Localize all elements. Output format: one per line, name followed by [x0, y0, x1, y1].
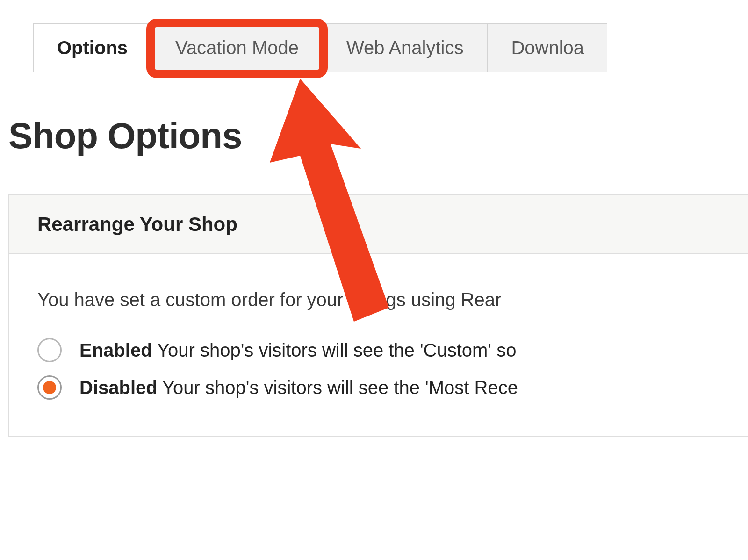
tab-web-analytics[interactable]: Web Analytics [322, 23, 488, 72]
radio-row-enabled: Enabled Your shop's visitors will see th… [37, 338, 720, 362]
page-title: Shop Options [8, 115, 748, 157]
radio-label-disabled: Disabled Your shop's visitors will see t… [79, 377, 518, 398]
tab-vacation-mode[interactable]: Vacation Mode [151, 23, 323, 72]
radio-row-disabled: Disabled Your shop's visitors will see t… [37, 375, 720, 400]
section-rearrange-shop: Rearrange Your Shop You have set a custo… [8, 194, 748, 437]
section-description: You have set a custom order for your lis… [37, 287, 720, 312]
radio-label-strong: Disabled [79, 377, 158, 398]
tab-label: Downloa [511, 37, 584, 58]
radio-enabled[interactable] [37, 338, 62, 362]
tab-options[interactable]: Options [33, 23, 152, 72]
section-header: Rearrange Your Shop [9, 195, 748, 254]
tab-download[interactable]: Downloa [487, 23, 607, 72]
tab-label: Options [57, 37, 128, 58]
section-body: You have set a custom order for your lis… [9, 254, 748, 436]
tab-label: Vacation Mode [175, 37, 299, 58]
section-title: Rearrange Your Shop [37, 213, 720, 236]
radio-disabled[interactable] [37, 375, 62, 400]
radio-label-rest: Your shop's visitors will see the 'Custo… [152, 340, 517, 360]
tab-label: Web Analytics [346, 37, 464, 58]
radio-label-rest: Your shop's visitors will see the 'Most … [158, 377, 518, 398]
radio-label-enabled: Enabled Your shop's visitors will see th… [79, 340, 516, 361]
radio-label-strong: Enabled [79, 340, 152, 360]
tab-bar: Options Vacation Mode Web Analytics Down… [33, 23, 748, 72]
radio-dot [43, 381, 56, 394]
